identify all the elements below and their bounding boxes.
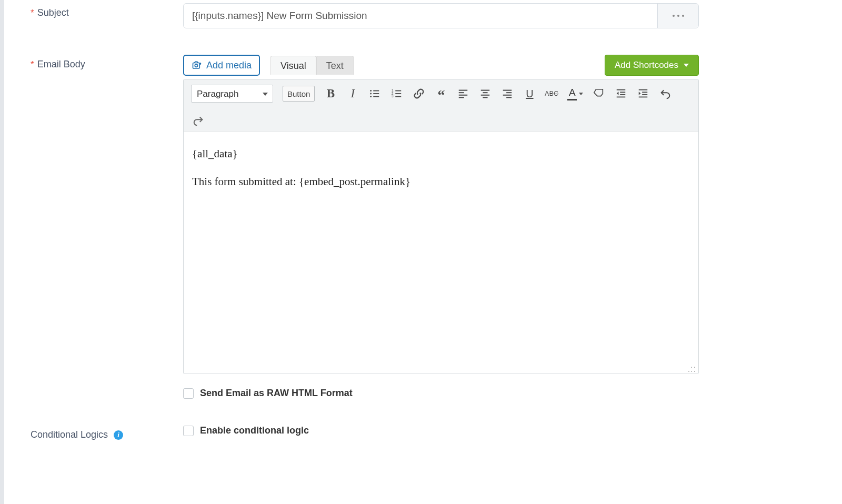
chevron-down-icon — [684, 64, 689, 67]
add-media-button[interactable]: Add media — [183, 55, 260, 76]
subject-field-col — [183, 3, 720, 28]
chevron-down-icon — [579, 93, 583, 95]
bold-icon[interactable]: B — [324, 87, 337, 100]
info-icon[interactable]: i — [114, 430, 123, 440]
body-line-2: This form submitted at: {embed_post.perm… — [192, 173, 690, 190]
format-select[interactable]: Paragraph — [191, 85, 273, 103]
raw-html-checkbox[interactable] — [183, 388, 194, 399]
editor-top-bar: Add media Visual Text Add Shortcodes — [183, 55, 699, 76]
add-media-label: Add media — [206, 60, 252, 71]
tab-visual[interactable]: Visual — [270, 56, 316, 75]
camera-icon — [192, 61, 202, 70]
svg-point-4 — [370, 96, 372, 97]
conditional-enable-label: Enable conditional logic — [200, 425, 309, 436]
subject-more-button[interactable] — [657, 4, 698, 28]
conditional-label: Conditional Logics — [31, 429, 108, 440]
editor-mode-tabs: Visual Text — [270, 56, 354, 75]
link-icon[interactable] — [413, 87, 425, 100]
text-color-picker[interactable]: A — [567, 87, 583, 100]
subject-label-col: *Subject — [31, 3, 183, 18]
italic-icon[interactable]: I — [346, 87, 359, 100]
align-right-icon[interactable] — [501, 87, 514, 100]
wysiwyg-editor: Paragraph Button B I 123 “ — [183, 79, 699, 374]
underline-icon[interactable]: U — [523, 87, 536, 100]
bullet-list-icon[interactable] — [368, 87, 381, 100]
emailbody-label: Email Body — [37, 59, 85, 69]
svg-marker-35 — [639, 92, 641, 95]
conditional-field-col: Enable conditional logic — [183, 425, 720, 436]
svg-point-1 — [195, 64, 197, 67]
insert-button-btn[interactable]: Button — [283, 86, 315, 102]
conditional-enable-row: Enable conditional logic — [183, 425, 699, 436]
raw-html-row: Send Email as RAW HTML Format — [183, 388, 699, 399]
subject-label: Subject — [37, 7, 69, 18]
resize-handle[interactable]: ..... — [184, 363, 698, 374]
required-star: * — [31, 59, 34, 69]
raw-html-label: Send Email as RAW HTML Format — [200, 388, 353, 399]
outdent-icon[interactable] — [615, 87, 627, 100]
blockquote-icon[interactable]: “ — [435, 87, 447, 100]
format-select-wrap: Paragraph — [191, 85, 273, 103]
align-center-icon[interactable] — [479, 87, 492, 100]
tab-text[interactable]: Text — [316, 56, 354, 75]
svg-text:3: 3 — [392, 94, 394, 98]
editor-toolbar: Paragraph Button B I 123 “ — [184, 79, 698, 132]
conditional-row: Conditional Logics i Enable conditional … — [4, 425, 842, 440]
svg-rect-0 — [193, 63, 200, 69]
indent-icon[interactable] — [637, 87, 649, 100]
required-star: * — [31, 8, 34, 18]
svg-marker-30 — [617, 92, 619, 95]
clear-format-icon[interactable] — [593, 87, 605, 100]
subject-input[interactable] — [184, 4, 657, 28]
subject-input-group — [183, 3, 699, 28]
redo-icon[interactable] — [192, 114, 205, 127]
conditional-checkbox[interactable] — [183, 426, 194, 436]
strikethrough-icon[interactable]: ABC — [545, 87, 558, 100]
toolbar-second-row — [191, 112, 691, 127]
shortcodes-label: Add Shortcodes — [615, 60, 678, 70]
emailbody-field-col: Add media Visual Text Add Shortcodes Par… — [183, 55, 720, 399]
svg-point-2 — [370, 90, 372, 92]
align-left-icon[interactable] — [457, 87, 469, 100]
numbered-list-icon[interactable]: 123 — [390, 87, 403, 100]
email-body-row: *Email Body Add media Visual Text Add Sh… — [4, 55, 842, 399]
svg-point-3 — [370, 93, 372, 95]
body-line-1: {all_data} — [192, 145, 690, 163]
subject-row: *Subject — [4, 3, 842, 28]
editor-content-area[interactable]: {all_data} This form submitted at: {embe… — [184, 132, 698, 363]
emailbody-label-col: *Email Body — [31, 55, 183, 70]
ellipsis-icon — [673, 15, 684, 17]
conditional-label-col: Conditional Logics i — [31, 425, 183, 440]
add-shortcodes-button[interactable]: Add Shortcodes — [605, 55, 699, 76]
undo-icon[interactable] — [659, 87, 671, 100]
